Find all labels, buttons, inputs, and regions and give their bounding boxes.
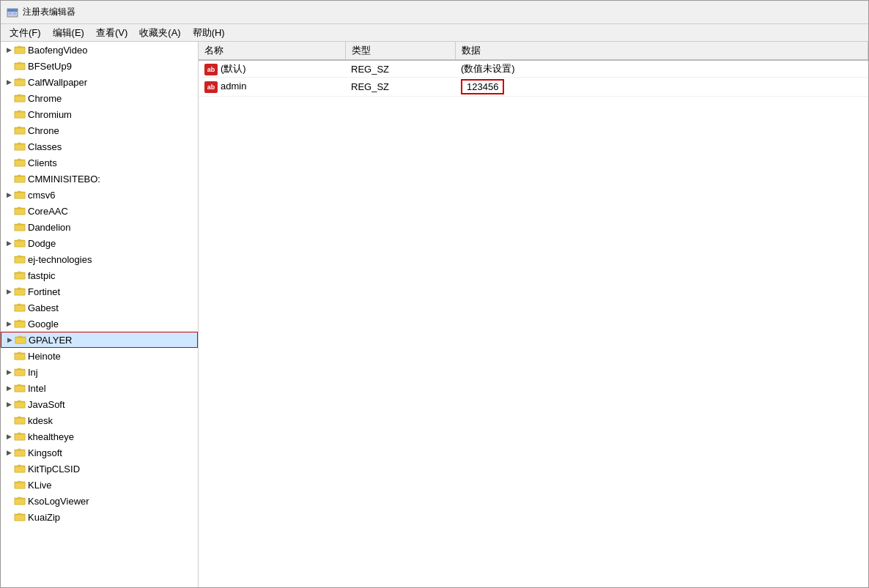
expand-arrow-icon xyxy=(4,157,14,168)
tree-item[interactable]: ▶Inj xyxy=(1,364,198,380)
folder-icon-wrapper xyxy=(14,350,26,362)
expand-arrow-icon xyxy=(4,254,14,264)
svg-rect-6 xyxy=(15,80,25,86)
tree-item[interactable]: Classes xyxy=(1,138,198,155)
folder-icon xyxy=(14,76,26,88)
tree-item[interactable]: ▶GPALYER xyxy=(1,332,198,348)
content-area: ▶BaofengVideoBFSetUp9▶CalfWallpaperChrom… xyxy=(1,42,868,587)
tree-item[interactable]: ▶Intel xyxy=(1,380,198,396)
tree-item[interactable]: BFSetUp9 xyxy=(1,58,198,74)
app-icon xyxy=(7,7,18,18)
folder-icon-wrapper xyxy=(14,495,26,507)
tree-item[interactable]: Chromium xyxy=(1,106,198,122)
menu-bar: 文件(F) 编辑(E) 查看(V) 收藏夹(A) 帮助(H) xyxy=(1,24,868,42)
tree-item-label: Chrone xyxy=(28,125,59,136)
folder-icon-wrapper xyxy=(14,237,26,249)
tree-item[interactable]: KsoLogViewer xyxy=(1,493,198,509)
tree-item-label: Clients xyxy=(28,157,57,168)
tree-item[interactable]: ▶Dodge xyxy=(1,235,198,251)
folder-icon xyxy=(14,108,26,120)
tree-item-label: CoreAAC xyxy=(28,206,68,217)
tree-item-label: Dandelion xyxy=(28,222,71,233)
table-row[interactable]: abadminREG_SZ123456 xyxy=(199,78,868,97)
svg-rect-32 xyxy=(15,499,25,505)
registry-data-cell: 123456 xyxy=(455,78,868,97)
menu-favorites[interactable]: 收藏夹(A) xyxy=(133,25,186,41)
folder-icon xyxy=(14,414,26,426)
svg-rect-12 xyxy=(15,176,25,182)
folder-icon xyxy=(14,92,26,104)
tree-item[interactable]: CoreAAC xyxy=(1,203,198,219)
tree-item[interactable]: ej-technologies xyxy=(1,251,198,267)
tree-item[interactable]: Dandelion xyxy=(1,219,198,235)
col-name: 名称 xyxy=(199,42,345,60)
tree-item[interactable]: ▶CalfWallpaper xyxy=(1,74,198,90)
expand-arrow-icon: ▶ xyxy=(4,45,14,55)
expand-arrow-icon xyxy=(4,93,14,103)
tree-item[interactable]: Chrome xyxy=(1,90,198,106)
folder-icon xyxy=(14,173,26,185)
tree-item-label: CalfWallpaper xyxy=(28,77,87,88)
expand-arrow-icon xyxy=(4,480,14,490)
tree-item[interactable]: Chrone xyxy=(1,122,198,138)
registry-tree[interactable]: ▶BaofengVideoBFSetUp9▶CalfWallpaperChrom… xyxy=(1,42,199,587)
menu-help[interactable]: 帮助(H) xyxy=(187,25,231,41)
tree-item[interactable]: Heinote xyxy=(1,348,198,364)
col-type: 类型 xyxy=(345,42,455,60)
folder-icon xyxy=(14,302,26,313)
tree-item[interactable]: KitTipCLSID xyxy=(1,461,198,477)
tree-item-label: KsoLogViewer xyxy=(28,496,89,507)
registry-table: 名称 类型 数据 ab(默认)REG_SZ(数值未设置)abadminREG_S… xyxy=(199,42,868,97)
registry-type-cell: REG_SZ xyxy=(345,60,455,78)
tree-item[interactable]: ▶Google xyxy=(1,316,198,332)
menu-view[interactable]: 查看(V) xyxy=(90,25,133,41)
tree-item-label: Chrome xyxy=(28,93,62,104)
menu-edit[interactable]: 编辑(E) xyxy=(47,25,90,41)
folder-icon-wrapper xyxy=(14,221,26,233)
menu-file[interactable]: 文件(F) xyxy=(4,25,47,41)
expand-arrow-icon xyxy=(4,351,14,361)
tree-item[interactable]: ▶Fortinet xyxy=(1,283,198,299)
tree-item[interactable]: Gabest xyxy=(1,299,198,316)
tree-item-label: Inj xyxy=(28,367,38,378)
tree-item-label: Kingsoft xyxy=(28,447,62,458)
folder-icon-wrapper xyxy=(14,414,26,426)
folder-icon xyxy=(14,366,26,378)
tree-item[interactable]: ▶BaofengVideo xyxy=(1,42,198,58)
tree-item[interactable]: CMMINISITEBO: xyxy=(1,171,198,187)
expand-arrow-icon: ▶ xyxy=(4,190,14,200)
tree-item[interactable]: ▶JavaSoft xyxy=(1,396,198,412)
tree-item-label: khealtheye xyxy=(28,431,74,442)
tree-item[interactable]: ▶Kingsoft xyxy=(1,444,198,461)
folder-icon-wrapper xyxy=(14,286,26,297)
tree-item[interactable]: kdesk xyxy=(1,412,198,428)
table-row[interactable]: ab(默认)REG_SZ(数值未设置) xyxy=(199,60,868,78)
svg-rect-3 xyxy=(13,12,16,15)
svg-rect-22 xyxy=(15,338,26,343)
tree-item[interactable]: ▶cmsv6 xyxy=(1,187,198,203)
svg-rect-18 xyxy=(15,273,25,279)
registry-type-icon: ab xyxy=(204,64,218,75)
folder-icon xyxy=(14,447,26,458)
folder-icon xyxy=(14,318,26,330)
tree-item[interactable]: fastpic xyxy=(1,267,198,283)
tree-item-label: Gabest xyxy=(28,302,59,313)
svg-rect-15 xyxy=(15,225,25,231)
expand-arrow-icon xyxy=(4,496,14,506)
tree-item[interactable]: Clients xyxy=(1,155,198,171)
svg-rect-8 xyxy=(15,112,25,118)
registry-key-name: admin xyxy=(221,81,246,92)
registry-editor-window: 注册表编辑器 文件(F) 编辑(E) 查看(V) 收藏夹(A) 帮助(H) ▶B… xyxy=(0,0,869,588)
svg-rect-5 xyxy=(15,64,25,70)
expand-arrow-icon: ▶ xyxy=(4,286,14,297)
tree-item-label: BaofengVideo xyxy=(28,45,87,56)
registry-type-cell: REG_SZ xyxy=(345,78,455,97)
tree-item[interactable]: KLive xyxy=(1,477,198,493)
tree-item-label: CMMINISITEBO: xyxy=(28,174,100,185)
expand-arrow-icon xyxy=(4,464,14,474)
tree-item-label: Heinote xyxy=(28,351,61,362)
tree-item[interactable]: ▶khealtheye xyxy=(1,428,198,444)
svg-rect-24 xyxy=(15,370,25,376)
tree-item[interactable]: KuaiZip xyxy=(1,509,198,525)
tree-item-label: Google xyxy=(28,319,59,330)
